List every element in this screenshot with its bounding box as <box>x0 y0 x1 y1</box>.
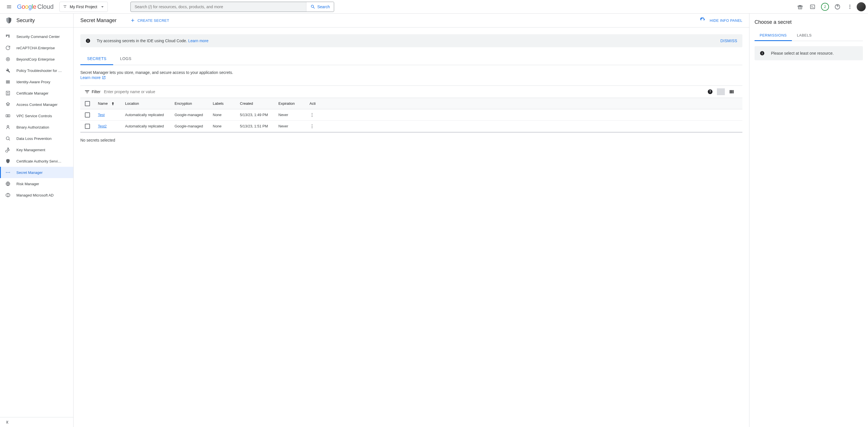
columns-icon <box>729 89 735 94</box>
free-trial-button[interactable] <box>795 1 806 12</box>
key-icon <box>5 147 11 153</box>
secret-icon <box>5 170 11 175</box>
sidebar-item-data-loss-prevention[interactable]: Data Loss Prevention <box>0 133 73 144</box>
secret-name-link[interactable]: Test2 <box>98 124 107 128</box>
row-actions-button[interactable] <box>310 112 739 117</box>
svg-point-27 <box>8 172 9 173</box>
sidebar-item-recaptcha-enterprise[interactable]: reCAPTCHA Enterprise <box>0 42 73 54</box>
notifications-button[interactable]: 2 <box>819 1 831 12</box>
sidebar-item-risk-manager[interactable]: Risk Manager <box>0 178 73 190</box>
cell-created: 5/13/23, 1:49 PM <box>237 113 275 117</box>
external-link-icon <box>102 76 106 80</box>
column-header-created[interactable]: Created <box>237 102 275 106</box>
tab-logs[interactable]: LOGS <box>113 53 138 65</box>
row-actions-button[interactable] <box>310 124 739 129</box>
svg-rect-44 <box>762 53 763 54</box>
user-avatar[interactable] <box>857 2 866 11</box>
sidebar-item-secret-manager[interactable]: Secret Manager <box>0 167 73 178</box>
help-button[interactable] <box>832 1 843 12</box>
svg-rect-15 <box>6 81 10 81</box>
ad-icon <box>5 192 11 198</box>
sidebar-item-policy-troubleshooter-for[interactable]: Policy Troubleshooter for … <box>0 65 73 76</box>
svg-point-14 <box>7 59 9 60</box>
sidebar-item-certificate-manager[interactable]: Certificate Manager <box>0 87 73 99</box>
sidebar-item-certificate-authority-servi[interactable]: Certificate Authority Servi… <box>0 155 73 167</box>
collapse-nav-button[interactable] <box>5 420 68 425</box>
column-header-name[interactable]: Name <box>94 102 122 106</box>
create-secret-button[interactable]: CREATE SECRET <box>130 18 169 23</box>
filter-icon <box>84 89 90 94</box>
refresh-button[interactable] <box>700 18 706 23</box>
select-all-checkbox[interactable] <box>85 101 90 106</box>
secret-name-link[interactable]: Test <box>98 113 105 117</box>
svg-point-7 <box>849 4 850 5</box>
column-display-button[interactable] <box>725 89 738 94</box>
sidebar-item-managed-microsoft-ad[interactable]: Managed Microsoft AD <box>0 190 73 201</box>
iap-icon <box>5 79 11 85</box>
sidebar-item-access-context-manager[interactable]: Access Context Manager <box>0 99 73 110</box>
sidebar-item-label: Certificate Authority Servi… <box>17 159 61 163</box>
sidebar-item-security-command-center[interactable]: Security Command Center <box>0 31 73 42</box>
row-checkbox[interactable] <box>85 124 90 129</box>
refresh-icon <box>700 18 706 23</box>
selection-status: No secrets selected <box>80 138 742 142</box>
svg-point-2 <box>64 6 65 7</box>
search-button[interactable]: Search <box>306 2 334 11</box>
search-input[interactable] <box>131 4 306 9</box>
svg-point-8 <box>849 6 850 7</box>
panel-tab-permissions[interactable]: PERMISSIONS <box>754 30 792 41</box>
svg-rect-16 <box>6 82 10 82</box>
recaptcha-icon <box>5 45 11 51</box>
column-header-encryption[interactable]: Encryption <box>171 102 209 106</box>
info-icon <box>86 38 91 43</box>
column-header-actions: Acti <box>306 102 742 106</box>
cell-location: Automatically replicated <box>122 113 171 117</box>
sidebar-item-label: BeyondCorp Enterprise <box>17 57 55 61</box>
cert-icon <box>5 90 11 96</box>
table-row: Test2 Automatically replicated Google-ma… <box>80 121 742 132</box>
learn-more-link[interactable]: Learn more <box>80 75 106 80</box>
column-header-location[interactable]: Location <box>122 102 171 106</box>
more-vert-icon <box>847 4 853 10</box>
table-header-row: Name Location Encryption Labels Created … <box>80 98 742 109</box>
hide-info-panel-button[interactable]: HIDE INFO PANEL <box>710 19 742 23</box>
svg-point-37 <box>312 113 313 114</box>
sidebar-item-binary-authorization[interactable]: Binary Authorization <box>0 121 73 133</box>
security-shield-icon <box>5 17 12 24</box>
google-cloud-logo[interactable]: Google Cloud <box>17 3 54 10</box>
dashboard-icon <box>5 34 11 39</box>
filter-input[interactable] <box>104 89 703 94</box>
ca-icon <box>5 158 11 164</box>
sidebar-item-vpc-service-controls[interactable]: VPC Service Controls <box>0 110 73 121</box>
info-icon <box>760 51 765 56</box>
filter-help-button[interactable]: ? <box>703 89 717 94</box>
more-vert-icon <box>310 124 315 129</box>
svg-point-40 <box>312 124 313 125</box>
sidebar-item-identity-aware-proxy[interactable]: Identity-Aware Proxy <box>0 76 73 87</box>
svg-rect-30 <box>88 40 88 42</box>
column-header-expiration[interactable]: Expiration <box>275 102 306 106</box>
page-title: Secret Manager <box>80 18 117 24</box>
row-checkbox[interactable] <box>85 112 90 117</box>
sidebar-item-label: Certificate Manager <box>17 91 49 95</box>
table-row: Test Automatically replicated Google-man… <box>80 109 742 121</box>
svg-point-31 <box>88 40 88 40</box>
tab-secrets[interactable]: SECRETS <box>80 53 113 65</box>
banner-learn-more-link[interactable]: Learn more <box>188 38 209 43</box>
svg-point-9 <box>849 8 850 9</box>
create-secret-label: CREATE SECRET <box>137 19 169 23</box>
project-selector[interactable]: My First Project <box>59 2 108 12</box>
plus-icon <box>130 18 135 23</box>
svg-rect-34 <box>730 90 731 93</box>
cell-labels: None <box>209 124 237 128</box>
panel-tab-labels[interactable]: LABELS <box>792 30 817 41</box>
sidebar-item-key-management[interactable]: Key Management <box>0 144 73 155</box>
column-header-labels[interactable]: Labels <box>209 102 237 106</box>
sidebar-item-beyondcorp-enterprise[interactable]: BeyondCorp Enterprise <box>0 54 73 65</box>
more-button[interactable] <box>844 1 856 12</box>
sidebar-item-label: Security Command Center <box>17 34 60 39</box>
main-menu-button[interactable] <box>2 0 16 13</box>
cell-expiration: Never <box>275 113 306 117</box>
banner-dismiss-button[interactable]: DISMISS <box>720 38 737 43</box>
cloud-shell-button[interactable] <box>807 1 818 12</box>
